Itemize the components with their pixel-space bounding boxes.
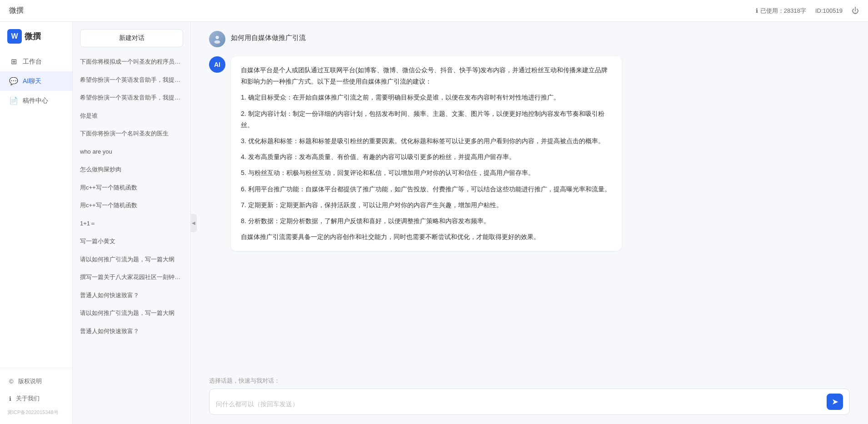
list-item[interactable]: 希望你扮演一个英语发音助手，我提供给你...: [73, 71, 190, 89]
list-item[interactable]: 撰写一篇关于八大家花园社区一刻钟便民生...: [73, 268, 190, 286]
about-item[interactable]: ℹ 关于我们: [0, 390, 72, 407]
chat-main: 如何用自媒体做推广引流 AI 自媒体平台是个人或团队通过互联网平台(如博客、微博…: [191, 22, 868, 424]
topbar-title: 微撰: [9, 6, 756, 15]
sidebar-footer: © 版权说明 ℹ 关于我们 冀ICP备2022015348号: [0, 368, 72, 424]
input-box-wrapper: ➤: [209, 389, 850, 415]
ai-para-6: 6. 利用平台推广功能：自媒体平台都提供了推广功能，如广告投放、付费推广等，可以…: [241, 184, 612, 195]
list-item[interactable]: 下面你将模拟成一个叫圣友的程序员、我说...: [73, 53, 190, 71]
list-item[interactable]: 下面你将扮演一个名叫圣友的医生: [73, 125, 190, 143]
ai-para-3: 3. 优化标题和标签：标题和标签是吸引粉丝的重要因素。优化标题和标签可以让更多的…: [241, 135, 612, 147]
workspace-icon: ⊞: [9, 57, 18, 66]
about-label: 关于我们: [16, 394, 40, 403]
svg-point-1: [215, 40, 220, 44]
chat-input-area: 选择话题，快速与我对话： ➤: [191, 371, 868, 424]
id-label: ID:100519: [815, 7, 843, 14]
main-layout: W 微撰 ⊞ 工作台 💬 AI聊天 📄 稿件中心 © 版权说明 ℹ: [0, 22, 868, 424]
list-item[interactable]: 写一篇小黄文: [73, 232, 190, 250]
logo-text: 微撰: [25, 31, 41, 42]
ai-para-7: 7. 定期更新：定期更新内容，保持活跃度，可以让用户对你的内容产生兴趣，增加用户…: [241, 200, 612, 211]
power-icon[interactable]: ⏻: [852, 7, 859, 15]
about-icon: ℹ: [9, 395, 11, 402]
list-item[interactable]: 用c++写一个随机函数: [73, 179, 190, 197]
ai-para-0: 自媒体平台是个人或团队通过互联网平台(如博客、微博、微信公众号、抖音、快手等)发…: [241, 65, 612, 87]
sidebar-item-drafts-label: 稿件中心: [23, 97, 48, 105]
user-avatar-inner: [209, 31, 225, 47]
ai-para-1: 1. 确定目标受众：在开始自媒体推广引流之前，需要明确目标受众是谁，以便在发布内…: [241, 92, 612, 103]
sidebar-item-workspace[interactable]: ⊞ 工作台: [0, 52, 72, 71]
ai-para-8: 8. 分析数据：定期分析数据，了解用户反馈和喜好，以便调整推广策略和内容发布频率…: [241, 215, 612, 227]
topbar-right: ℹ 已使用：28318字 ID:100519 ⏻: [756, 7, 859, 15]
chat-list-panel: 新建对话 下面你将模拟成一个叫圣友的程序员、我说... 希望你扮演一个英语发音助…: [73, 22, 191, 424]
sidebar-item-drafts[interactable]: 📄 稿件中心: [0, 91, 72, 110]
list-item[interactable]: 用c++写一个随机函数: [73, 196, 190, 214]
logo-icon: W: [7, 29, 22, 44]
user-message-text: 如何用自媒体做推广引流: [231, 31, 306, 42]
chat-messages: 如何用自媒体做推广引流 AI 自媒体平台是个人或团队通过互联网平台(如博客、微博…: [191, 22, 868, 371]
list-item[interactable]: 1+1＝: [73, 214, 190, 233]
quick-topics-label: 选择话题，快速与我对话：: [209, 377, 850, 385]
copyright-icon: ©: [9, 378, 14, 385]
ai-para-5: 5. 与粉丝互动：积极与粉丝互动，回复评论和私信，可以增加用户对你的认可和信任，…: [241, 167, 612, 179]
sidebar: W 微撰 ⊞ 工作台 💬 AI聊天 📄 稿件中心 © 版权说明 ℹ: [0, 22, 73, 424]
chat-input[interactable]: [216, 399, 822, 410]
send-icon: ➤: [832, 397, 838, 407]
send-button[interactable]: ➤: [827, 394, 843, 410]
info-icon: ℹ: [756, 7, 758, 14]
chat-list: 下面你将模拟成一个叫圣友的程序员、我说... 希望你扮演一个英语发音助手，我提供…: [73, 51, 190, 424]
sidebar-item-workspace-label: 工作台: [23, 58, 42, 66]
drafts-icon: 📄: [9, 96, 18, 105]
ai-para-2: 2. 制定内容计划：制定一份详细的内容计划，包括发布时间、频率、主题、文案、图片…: [241, 108, 612, 131]
list-item[interactable]: 怎么做狗屎炒肉: [73, 160, 190, 179]
list-item[interactable]: 请以如何推广引流为题，写一篇大纲: [73, 304, 190, 322]
svg-point-0: [215, 36, 219, 39]
list-item[interactable]: 希望你扮演一个英语发音助手，我提供给你...: [73, 89, 190, 107]
ai-para-9: 自媒体推广引流需要具备一定的内容创作和社交能力，同时也需要不断尝试和优化，才能取…: [241, 231, 612, 243]
ai-avatar: AI: [209, 56, 225, 73]
ai-chat-icon: 💬: [9, 77, 18, 85]
user-message: 如何用自媒体做推广引流: [209, 31, 850, 47]
list-item[interactable]: who are you: [73, 143, 190, 161]
sidebar-item-ai-chat-label: AI聊天: [23, 77, 41, 85]
sidebar-nav: ⊞ 工作台 💬 AI聊天 📄 稿件中心: [0, 47, 72, 368]
sidebar-logo: W 微撰: [0, 22, 72, 47]
copyright-item[interactable]: © 版权说明: [0, 373, 72, 390]
new-chat-button[interactable]: 新建对话: [80, 29, 183, 47]
ai-para-4: 4. 发布高质量内容：发布高质量、有价值、有趣的内容可以吸引更多的粉丝，并提高用…: [241, 151, 612, 163]
collapse-panel-button[interactable]: ◀: [190, 214, 197, 232]
list-item[interactable]: 普通人如何快速致富？: [73, 286, 190, 304]
list-item[interactable]: 普通人如何快速致富？: [73, 322, 190, 340]
sidebar-item-ai-chat[interactable]: 💬 AI聊天: [0, 71, 72, 91]
ai-message: AI 自媒体平台是个人或团队通过互联网平台(如博客、微博、微信公众号、抖音、快手…: [209, 56, 850, 251]
list-item[interactable]: 你是谁: [73, 107, 190, 125]
icp-text: 冀ICP备2022015348号: [0, 407, 72, 419]
topbar: 微撰 ℹ 已使用：28318字 ID:100519 ⏻: [0, 0, 868, 22]
user-avatar: [209, 31, 225, 47]
copyright-label: 版权说明: [18, 377, 42, 385]
ai-message-bubble: 自媒体平台是个人或团队通过互联网平台(如博客、微博、微信公众号、抖音、快手等)发…: [231, 56, 622, 251]
usage-info: ℹ 已使用：28318字: [756, 7, 806, 15]
usage-label: 已使用：28318字: [760, 7, 806, 15]
list-item[interactable]: 请以如何推广引流为题，写一篇大纲: [73, 250, 190, 269]
